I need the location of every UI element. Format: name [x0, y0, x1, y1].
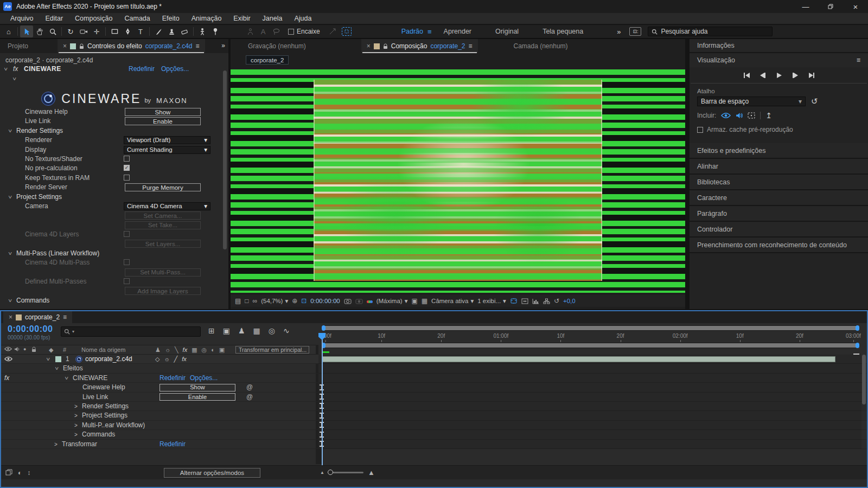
- grid-guides-icon[interactable]: ⊕: [292, 297, 297, 305]
- effect-reset-link[interactable]: Redefinir: [159, 374, 186, 383]
- flowchart-icon[interactable]: [543, 298, 550, 304]
- effect-options-link[interactable]: Opções...: [161, 65, 189, 73]
- workspace-tab[interactable]: Tela pequena: [531, 28, 595, 35]
- shy-layers-icon[interactable]: ♟: [238, 326, 245, 335]
- twirl-icon[interactable]: >: [74, 411, 78, 420]
- effect-reset-link[interactable]: Redefinir: [129, 65, 155, 73]
- audio-column-icon[interactable]: [14, 346, 20, 352]
- menu-item[interactable]: Arquivo: [4, 15, 39, 22]
- effect-button[interactable]: Show: [125, 108, 201, 116]
- effect-row[interactable]: Cineware HelpShow: [0, 107, 228, 117]
- zoom-tool[interactable]: [46, 25, 59, 37]
- layer-name[interactable]: corporate_2.c4d: [85, 355, 132, 364]
- work-area-bar[interactable]: [322, 343, 859, 348]
- collapsed-panel-header[interactable]: Preenchimento com reconhecimento de cont…: [690, 237, 868, 253]
- xray-icon[interactable]: [342, 27, 352, 36]
- group-label[interactable]: Project Settings: [82, 411, 127, 420]
- next-frame-button[interactable]: [792, 72, 799, 79]
- timeline-row[interactable]: Cineware HelpShow@: [1, 383, 867, 392]
- solo-column-icon[interactable]: ●: [23, 346, 26, 352]
- include-overlays-icon[interactable]: [748, 112, 755, 119]
- zoom-out-icon[interactable]: ▲: [320, 470, 324, 475]
- effect-row[interactable]: Cinema 4D Multi-Pass: [0, 258, 228, 267]
- preview-panel-header[interactable]: Visualização ≡: [690, 53, 868, 67]
- effect-name[interactable]: CINEWARE: [73, 374, 107, 383]
- group-label[interactable]: Render Settings: [82, 402, 129, 411]
- layer-color-swatch[interactable]: [55, 356, 61, 362]
- timeline-navigator-bar[interactable]: [322, 325, 859, 331]
- include-video-icon[interactable]: [721, 112, 731, 119]
- effect-row[interactable]: >Project Settings: [0, 192, 228, 202]
- lock-icon[interactable]: [79, 43, 84, 49]
- effect-row[interactable]: Set Take...: [0, 221, 228, 230]
- twirl-icon[interactable]: >: [5, 129, 15, 132]
- effect-row[interactable]: Live LinkEnable: [0, 117, 228, 126]
- fx-icon[interactable]: fx: [182, 355, 187, 364]
- adjustment-switch-icon[interactable]: ◐: [211, 346, 215, 354]
- last-frame-button[interactable]: [808, 72, 815, 79]
- include-audio-icon[interactable]: [736, 112, 743, 119]
- twirl-icon[interactable]: >: [43, 358, 53, 361]
- resolution-dropdown[interactable]: (Máxima)▾: [376, 297, 408, 305]
- threed-switch-icon[interactable]: ▣: [219, 346, 225, 354]
- panel-menu-icon[interactable]: ≡: [196, 42, 200, 50]
- timeline-row[interactable]: >1corporate_2.c4d◇☼╱fx: [1, 355, 867, 364]
- twirl-icon[interactable]: >: [74, 430, 78, 439]
- snap-angle-icon[interactable]: [326, 25, 339, 37]
- group-label[interactable]: Commands: [82, 430, 115, 439]
- group-label[interactable]: Efeitos: [63, 364, 83, 373]
- twirl-icon[interactable]: >: [74, 402, 78, 411]
- panel-menu-icon[interactable]: ≡: [468, 42, 472, 50]
- effect-panel-scrollbar[interactable]: [223, 70, 227, 249]
- effect-row[interactable]: >Render Settings: [0, 126, 228, 136]
- timeline-row[interactable]: >TransformarRedefinir: [1, 440, 867, 449]
- number-column[interactable]: #: [63, 346, 66, 353]
- property-label[interactable]: Live Link: [82, 393, 108, 402]
- effect-checkbox[interactable]: [124, 175, 130, 181]
- camera-tool[interactable]: [77, 25, 90, 37]
- effect-expand-icon[interactable]: >: [11, 78, 17, 81]
- transform-label[interactable]: Transformar: [62, 440, 97, 449]
- effect-dropdown[interactable]: Viewport (Draft)▾: [124, 136, 210, 144]
- twirl-icon[interactable]: >: [5, 195, 15, 198]
- close-tab-icon[interactable]: ×: [63, 42, 67, 50]
- collapse-icon[interactable]: ☼: [164, 355, 169, 364]
- expand-layers-icon[interactable]: [5, 469, 12, 477]
- pan-behind-tool[interactable]: ✛: [90, 25, 103, 37]
- tab-footage[interactable]: Gravação (nenhum): [240, 42, 314, 50]
- puppet-pin-tool[interactable]: [209, 25, 222, 37]
- help-search-input[interactable]: [661, 28, 758, 35]
- composition-flowchart-icon[interactable]: ⊞: [208, 326, 215, 335]
- transparency-grid-icon[interactable]: ▦: [422, 297, 427, 305]
- close-tab-icon[interactable]: ×: [367, 42, 371, 50]
- transform-reset-link[interactable]: Redefinir: [159, 440, 186, 449]
- tab-target-link[interactable]: corporate_2.c4d: [145, 42, 193, 50]
- menu-item[interactable]: Animação: [186, 15, 228, 22]
- exposure-value[interactable]: +0,0: [563, 298, 576, 304]
- show-snapshot-icon[interactable]: [355, 298, 363, 304]
- effect-row[interactable]: Set Layers...: [0, 239, 228, 248]
- effect-row[interactable]: CameraCinema 4D Camera▾: [0, 202, 228, 211]
- manage-workspaces-icon[interactable]: ⊡:: [629, 27, 641, 36]
- twirl-icon[interactable]: >: [3, 68, 9, 71]
- always-preview-icon[interactable]: ▤: [235, 297, 241, 305]
- effect-dropdown[interactable]: Current Shading▾: [124, 146, 210, 154]
- twirl-icon[interactable]: >: [5, 252, 15, 255]
- pickwhip-icon[interactable]: ◇: [155, 355, 159, 364]
- lock-column-icon[interactable]: [31, 346, 36, 352]
- draft-3d-icon[interactable]: ▣: [223, 326, 230, 335]
- timeline-row[interactable]: fx>CINEWARERedefinirOpções...: [1, 374, 867, 383]
- source-name-column[interactable]: Nome da origem: [81, 346, 125, 353]
- shape-tool[interactable]: [108, 25, 121, 37]
- effect-row[interactable]: No pre-calculation✓: [0, 164, 228, 173]
- expression-icon[interactable]: @: [246, 393, 253, 402]
- panel-menu-icon[interactable]: ≡: [857, 56, 860, 64]
- composition-viewport[interactable]: [231, 69, 685, 293]
- zoom-level-dropdown[interactable]: (54,7%)▾: [261, 297, 288, 305]
- effect-row[interactable]: Render ServerPurge Memory: [0, 183, 228, 192]
- graph-editor-icon[interactable]: ∿: [283, 326, 290, 335]
- parent-link-dropdown[interactable]: Transformar em principal...: [235, 346, 309, 354]
- workspace-overflow-icon[interactable]: »: [617, 28, 620, 36]
- frame-blending-icon[interactable]: ▦: [253, 326, 260, 335]
- quality-switch-icon[interactable]: ╲: [175, 346, 178, 354]
